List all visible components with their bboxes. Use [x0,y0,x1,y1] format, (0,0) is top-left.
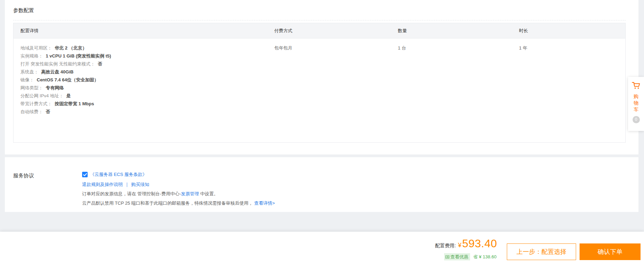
order-footer-bar: 配置费用: ¥ 593.40 查看优惠 省 ¥ 138.60 上一步：配置选择 … [0,232,644,267]
config-line-label: 实例规格： [20,53,43,59]
config-line-value: 按固定带宽 1 Mbps [55,101,94,106]
purchase-notice-link[interactable]: 购买须知 [131,182,149,187]
invoice-info-line: 订单对应的发票信息，请在 管理控制台-费用中心-发票管理 中设置。 [82,191,275,197]
prev-step-button[interactable]: 上一步：配置选择 [507,243,576,260]
shopping-cart-flyout[interactable]: 购 物 车 0 [628,77,644,131]
config-line: 带宽计费方式：按固定带宽 1 Mbps [20,100,267,108]
view-discount-label: 查看优惠 [450,254,468,260]
tcp25-text: 云产品默认禁用 TCP 25 端口和基于此端口的邮箱服务，特殊情况需报备审核后使… [82,201,253,206]
config-line: 地域及可用区：华北 2 （北京） [20,44,267,52]
service-agreement-card: 服务协议 《云服务器 ECS 服务条款》 退款规则及操作说明｜购买须知 订单对应… [5,157,638,212]
savings-amount: 省 ¥ 138.60 [473,254,496,260]
config-line-value: 华北 2 （北京） [55,45,87,51]
config-line-value: CentOS 7.4 64位（安全加固） [37,77,98,82]
quantity-value: 1 台 [391,38,512,142]
config-line: 自动续费：否 [20,108,267,116]
view-details-link[interactable]: 查看详情> [254,201,275,206]
config-line: 镜像：CentOS 7.4 64位（安全加固） [20,76,267,84]
fee-summary: 配置费用: ¥ 593.40 [435,237,497,250]
config-line-label: 打开 突发性能实例 无性能约束模式： [20,61,95,66]
column-header-quantity: 数量 [391,28,512,34]
agreement-checkbox[interactable] [82,172,88,177]
config-line-label: 镜像： [20,77,34,82]
column-header-duration: 时长 [512,28,625,34]
coupon-icon [445,255,450,259]
config-line-label: 分配公网 IPv4 地址： [20,93,63,98]
ecs-terms-link[interactable]: 《云服务器 ECS 服务条款》 [90,171,147,178]
confirm-order-button[interactable]: 确认下单 [580,243,641,260]
config-line-label: 自动续费： [20,109,43,114]
config-line: 分配公网 IPv4 地址：是 [20,92,267,100]
param-config-card: 参数配置 配置详情 付费方式 数量 时长 地域及可用区：华北 2 （北京）实例规… [5,0,638,154]
config-line-value: 是 [66,93,71,98]
param-section-title: 参数配置 [13,7,34,14]
config-line: 网络类型：专有网络 [20,84,267,92]
ecs-order-confirm-page: 参数配置 配置详情 付费方式 数量 时长 地域及可用区：华北 2 （北京）实例规… [0,0,644,267]
fee-amount: 593.40 [462,237,497,250]
config-line-label: 地域及可用区： [20,45,52,51]
tcp25-notice-line: 云产品默认禁用 TCP 25 端口和基于此端口的邮箱服务，特殊情况需报备审核后使… [82,200,275,206]
column-header-config-detail: 配置详情 [14,28,267,34]
column-header-payment-method: 付费方式 [267,28,391,34]
agreement-body: 《云服务器 ECS 服务条款》 退款规则及操作说明｜购买须知 订单对应的发票信息… [82,171,275,206]
config-line-value: 高效云盘 40GiB [41,69,73,74]
shopping-cart-icon [632,81,641,91]
config-line: 打开 突发性能实例 无性能约束模式：否 [20,60,267,68]
config-table-header: 配置详情 付费方式 数量 时长 [14,23,625,38]
config-line-value: 否 [98,61,102,66]
invoice-text-suffix: 中设置。 [199,191,218,196]
fee-label: 配置费用: [435,243,456,249]
shopping-cart-label: 购 物 车 [634,93,638,113]
cart-count-badge: 0 [633,116,640,123]
savings-row: 查看优惠 省 ¥ 138.60 [444,253,496,260]
config-line-value: 1 vCPU 1 GiB (突发性能实例 t5) [46,53,111,59]
config-line: 实例规格：1 vCPU 1 GiB (突发性能实例 t5) [20,52,267,60]
config-line-value: 专有网络 [46,85,64,90]
link-separator: ｜ [125,182,129,187]
section-divider [13,20,626,20]
config-line-label: 带宽计费方式： [20,101,52,106]
config-line-label: 系统盘： [20,69,38,74]
payment-method-value: 包年包月 [267,38,391,142]
config-table: 配置详情 付费方式 数量 时长 地域及可用区：华北 2 （北京）实例规格：1 v… [13,23,626,143]
agreement-section-label: 服务协议 [13,172,34,179]
config-line-label: 网络类型： [20,85,43,90]
config-table-row: 地域及可用区：华北 2 （北京）实例规格：1 vCPU 1 GiB (突发性能实… [14,38,625,142]
currency-symbol: ¥ [458,242,461,249]
config-line: 系统盘：高效云盘 40GiB [20,68,267,76]
invoice-text-prefix: 订单对应的发票信息，请在 管理控制台-费用中心- [82,191,181,196]
config-line-value: 否 [46,109,50,114]
agreement-links-line: 退款规则及操作说明｜购买须知 [82,181,275,187]
invoice-management-link[interactable]: 发票管理 [181,191,199,196]
duration-value: 1 年 [512,38,625,142]
config-detail-lines: 地域及可用区：华北 2 （北京）实例规格：1 vCPU 1 GiB (突发性能实… [14,38,267,142]
refund-rules-link[interactable]: 退款规则及操作说明 [82,182,123,187]
view-discount-tag[interactable]: 查看优惠 [444,253,470,260]
